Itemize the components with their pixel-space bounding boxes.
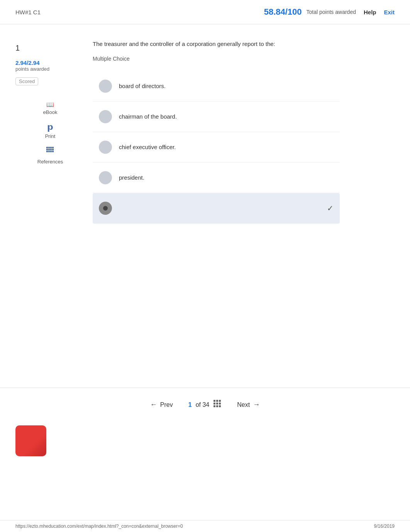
svg-rect-18	[213, 405, 215, 407]
checkmark-icon: ✓	[327, 204, 334, 213]
svg-rect-13	[216, 400, 218, 402]
score-value: 58.84/100	[264, 7, 302, 17]
svg-rect-4	[46, 149, 48, 150]
references-icon	[46, 146, 55, 158]
radio-a	[99, 80, 112, 93]
footer-nav: ← Prev 1 of 34 Next →	[0, 388, 410, 418]
bottom-area	[0, 418, 410, 460]
answer-text-d: president.	[119, 174, 144, 181]
svg-rect-7	[52, 149, 54, 150]
next-label: Next	[237, 401, 250, 408]
question-number: 1	[15, 44, 85, 53]
radio-b	[99, 110, 112, 123]
question-type: Multiple Choice	[93, 56, 395, 62]
svg-rect-5	[48, 149, 50, 150]
answer-option-c[interactable]: chief executive officer.	[93, 132, 340, 163]
ebook-label: eBook	[43, 109, 58, 115]
ebook-tool[interactable]: 📖 eBook	[15, 101, 85, 115]
svg-rect-20	[219, 405, 221, 407]
radio-c	[99, 141, 112, 154]
scored-badge: Scored	[15, 77, 38, 85]
next-button[interactable]: Next →	[237, 401, 260, 409]
svg-rect-6	[50, 149, 52, 150]
svg-rect-10	[50, 151, 52, 152]
points-awarded: 2.94/2.94	[15, 59, 85, 66]
radio-dot-e	[103, 206, 108, 211]
answer-options: board of directors. chairman of the boar…	[93, 71, 340, 224]
svg-rect-19	[216, 405, 218, 407]
svg-rect-9	[48, 151, 50, 152]
print-tool[interactable]: 𝗽 Print	[15, 122, 85, 139]
hw-label: HW#1 C1	[15, 9, 41, 15]
points-label: points awarded	[15, 66, 85, 72]
answer-option-e[interactable]: ✓	[93, 193, 340, 224]
svg-rect-0	[46, 147, 48, 148]
date-display: 9/16/2019	[374, 524, 395, 529]
prev-label: Prev	[160, 401, 173, 408]
references-label: References	[37, 159, 63, 165]
answer-text-c: chief executive officer.	[119, 144, 176, 150]
header: HW#1 C1 58.84/100 Total points awarded H…	[0, 0, 410, 24]
score-block: 58.84/100 Total points awarded	[264, 7, 356, 17]
references-tool[interactable]: References	[15, 146, 85, 165]
red-card	[15, 425, 46, 456]
current-page: 1	[188, 401, 192, 408]
svg-rect-8	[46, 151, 48, 152]
svg-rect-2	[50, 147, 52, 148]
svg-rect-3	[52, 147, 54, 148]
answer-text-a: board of directors.	[119, 83, 166, 89]
print-label: Print	[45, 133, 56, 139]
svg-rect-14	[219, 400, 221, 402]
answer-text-b: chairman of the board.	[119, 113, 177, 120]
exit-button[interactable]: Exit	[384, 9, 395, 15]
radio-d	[99, 171, 112, 184]
svg-rect-17	[219, 403, 221, 405]
prev-arrow-icon: ←	[150, 401, 157, 409]
question-text: The treasurer and the controller of a co…	[93, 40, 340, 49]
next-arrow-icon: →	[253, 401, 260, 409]
ebook-icon: 📖	[46, 101, 54, 108]
svg-rect-15	[213, 403, 215, 405]
answer-option-b[interactable]: chairman of the board.	[93, 102, 340, 132]
question-area: The treasurer and the controller of a co…	[85, 40, 395, 364]
print-icon: 𝗽	[47, 122, 53, 132]
svg-rect-11	[52, 151, 54, 152]
url-display: https://ezto.mheducation.com/ext/map/ind…	[15, 524, 183, 529]
help-button[interactable]: Help	[364, 9, 376, 15]
total-label: Total points awarded	[307, 9, 356, 15]
main-container: 1 2.94/2.94 points awarded Scored 📖 eBoo…	[0, 24, 410, 372]
svg-rect-1	[48, 147, 50, 148]
svg-rect-12	[213, 400, 215, 402]
prev-button[interactable]: ← Prev	[150, 401, 173, 409]
of-label: of 34	[196, 401, 210, 408]
sidebar-tools: 📖 eBook 𝗽 Print	[15, 101, 85, 165]
svg-rect-16	[216, 403, 218, 405]
page-info: 1 of 34	[188, 399, 222, 410]
answer-option-a[interactable]: board of directors.	[93, 71, 340, 102]
page-grid-icon[interactable]	[213, 399, 222, 410]
sidebar: 1 2.94/2.94 points awarded Scored 📖 eBoo…	[15, 40, 85, 364]
status-bar: https://ezto.mheducation.com/ext/map/ind…	[0, 520, 410, 532]
answer-option-d[interactable]: president.	[93, 163, 340, 193]
radio-e	[99, 202, 112, 215]
